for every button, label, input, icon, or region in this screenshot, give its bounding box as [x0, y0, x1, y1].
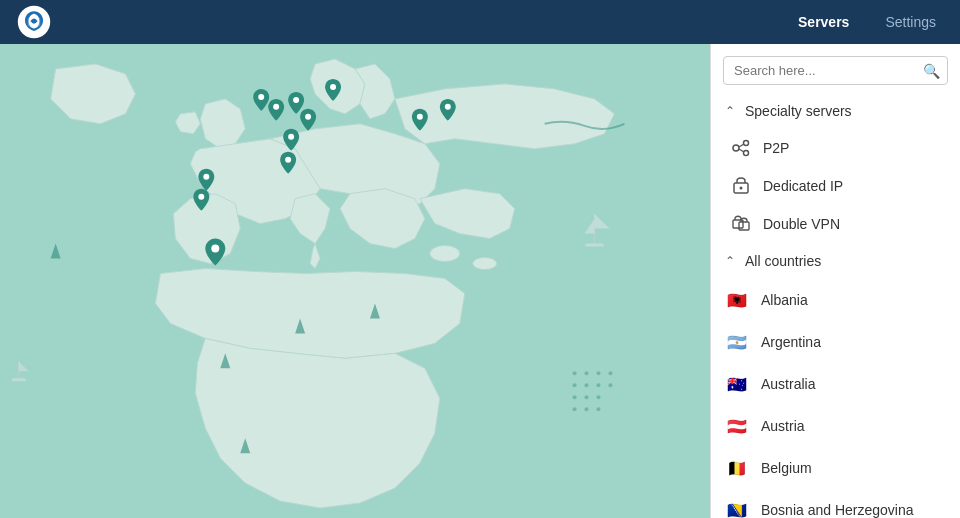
belgium-label: Belgium: [761, 460, 812, 476]
albania-flag: 🇦🇱: [725, 288, 749, 312]
all-countries-header[interactable]: ⌃ All countries: [711, 243, 960, 279]
p2p-label: P2P: [763, 140, 789, 156]
svg-point-7: [596, 371, 600, 375]
country-australia[interactable]: 🇦🇺 Australia: [711, 363, 960, 405]
bosnia-flag: 🇧🇦: [725, 498, 749, 518]
austria-flag: 🇦🇹: [725, 414, 749, 438]
svg-point-40: [744, 151, 749, 156]
argentina-label: Argentina: [761, 334, 821, 350]
svg-point-17: [585, 407, 589, 411]
belgium-flag: 🇧🇪: [725, 456, 749, 480]
dedicated-ip-item[interactable]: Dedicated IP: [711, 167, 960, 205]
country-austria[interactable]: 🇦🇹 Austria: [711, 405, 960, 447]
svg-rect-46: [739, 222, 749, 230]
double-vpn-item[interactable]: Double VPN: [711, 205, 960, 243]
country-albania[interactable]: 🇦🇱 Albania: [711, 279, 960, 321]
dedicated-ip-icon: [731, 176, 751, 196]
search-container: 🔍: [711, 44, 960, 93]
svg-point-36: [198, 194, 204, 200]
dedicated-ip-label: Dedicated IP: [763, 178, 843, 194]
bosnia-label: Bosnia and Herzegovina: [761, 502, 914, 518]
svg-point-27: [293, 97, 299, 103]
australia-flag: 🇦🇺: [725, 372, 749, 396]
all-countries-chevron-icon: ⌃: [725, 254, 735, 268]
specialty-chevron-icon: ⌃: [725, 104, 735, 118]
svg-point-25: [258, 94, 264, 100]
map-area: [0, 44, 710, 518]
header-navigation: Servers Settings: [790, 10, 944, 34]
svg-point-10: [585, 383, 589, 387]
specialty-servers-label: Specialty servers: [745, 103, 852, 119]
nordvpn-logo: [16, 4, 52, 40]
svg-point-12: [608, 383, 612, 387]
country-bosnia[interactable]: 🇧🇦 Bosnia and Herzegovina: [711, 489, 960, 518]
svg-point-39: [744, 141, 749, 146]
svg-point-29: [305, 114, 311, 120]
svg-point-30: [288, 134, 294, 140]
search-wrapper: 🔍: [723, 56, 948, 85]
svg-point-6: [585, 371, 589, 375]
country-belgium[interactable]: 🇧🇪 Belgium: [711, 447, 960, 489]
austria-label: Austria: [761, 418, 805, 434]
nav-servers[interactable]: Servers: [790, 10, 857, 34]
svg-point-4: [473, 258, 497, 270]
australia-label: Australia: [761, 376, 815, 392]
svg-point-5: [573, 371, 577, 375]
svg-point-33: [211, 245, 219, 253]
main-content: 🔍 ⌃ Specialty servers: [0, 44, 960, 518]
double-vpn-label: Double VPN: [763, 216, 840, 232]
albania-label: Albania: [761, 292, 808, 308]
p2p-item[interactable]: P2P: [711, 129, 960, 167]
double-vpn-icon: [731, 214, 751, 234]
svg-point-31: [285, 157, 291, 163]
svg-point-26: [273, 104, 279, 110]
svg-point-8: [608, 371, 612, 375]
all-countries-label: All countries: [745, 253, 821, 269]
country-argentina[interactable]: 🇦🇷 Argentina: [711, 321, 960, 363]
svg-point-44: [740, 187, 743, 190]
svg-point-34: [417, 114, 423, 120]
svg-point-15: [596, 395, 600, 399]
svg-point-32: [203, 174, 209, 180]
svg-point-11: [596, 383, 600, 387]
svg-point-14: [585, 395, 589, 399]
svg-point-38: [733, 145, 739, 151]
specialty-servers-header[interactable]: ⌃ Specialty servers: [711, 93, 960, 129]
server-list: ⌃ Specialty servers P2P: [711, 93, 960, 518]
svg-point-18: [596, 407, 600, 411]
server-sidebar: 🔍 ⌃ Specialty servers: [710, 44, 960, 518]
svg-point-16: [573, 407, 577, 411]
p2p-icon: [731, 138, 751, 158]
svg-line-41: [739, 144, 744, 147]
svg-point-9: [573, 383, 577, 387]
svg-point-35: [445, 104, 451, 110]
svg-line-42: [739, 149, 744, 152]
argentina-flag: 🇦🇷: [725, 330, 749, 354]
nav-settings[interactable]: Settings: [877, 10, 944, 34]
svg-point-28: [330, 84, 336, 90]
svg-point-13: [573, 395, 577, 399]
app-header: Servers Settings: [0, 0, 960, 44]
svg-point-3: [430, 246, 460, 262]
search-input[interactable]: [723, 56, 948, 85]
